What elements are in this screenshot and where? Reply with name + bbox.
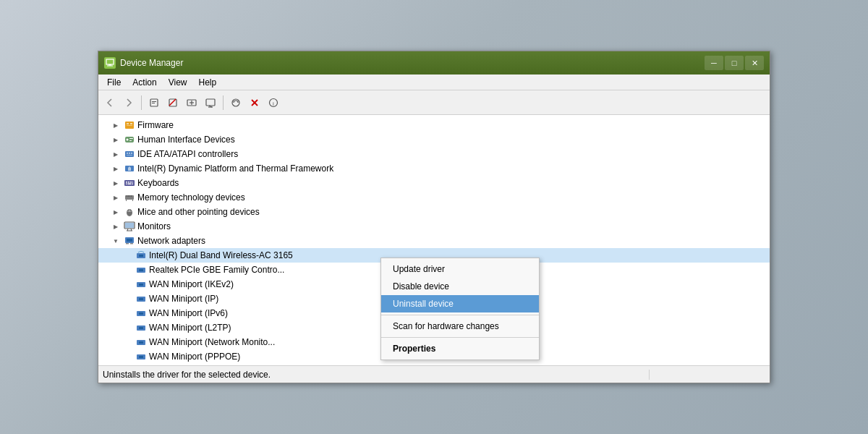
ctx-separator-2 [381, 337, 539, 338]
tree-item-wan-pptp[interactable]: WAN Miniport (PPTP) [98, 364, 770, 365]
svg-rect-24 [129, 138, 133, 139]
close-button[interactable]: ✕ [745, 56, 764, 70]
expand-intel-thermal[interactable]: ▶ [110, 163, 122, 174]
svg-rect-29 [131, 153, 132, 154]
wan-monitor-label: WAN Miniport (Network Monito... [149, 337, 275, 347]
wan-pppoe-icon [135, 351, 147, 362]
expand-memory[interactable]: ▶ [110, 192, 122, 203]
svg-rect-67 [139, 312, 143, 315]
svg-rect-50 [125, 223, 134, 228]
expand-firmware[interactable]: ▶ [110, 119, 122, 131]
expand-monitors[interactable]: ▶ [110, 221, 122, 232]
mice-label: Mice and other pointing devices [137, 207, 260, 217]
menu-view[interactable]: View [163, 76, 193, 89]
realtek-label: Realtek PCIe GBE Family Contro... [149, 265, 284, 275]
status-text: Uninstalls the driver for the selected d… [103, 370, 650, 380]
ctx-properties[interactable]: Properties [381, 340, 539, 357]
svg-rect-37 [126, 184, 127, 185]
wan-ikev2-icon [135, 278, 147, 290]
svg-rect-55 [127, 239, 132, 242]
ctx-scan-hardware[interactable]: Scan for hardware changes [381, 318, 539, 335]
svg-rect-36 [132, 182, 133, 183]
tree-item-monitors[interactable]: ▶ Monitors [98, 219, 770, 234]
svg-rect-63 [139, 284, 143, 286]
display-button[interactable] [202, 94, 219, 111]
menu-action[interactable]: Action [127, 76, 162, 89]
back-button[interactable] [101, 94, 119, 111]
wan-l2tp-icon [135, 322, 147, 333]
firmware-icon [124, 119, 135, 131]
svg-rect-19 [127, 123, 129, 124]
menu-file[interactable]: File [101, 76, 127, 89]
svg-rect-45 [126, 200, 127, 201]
memory-icon [124, 192, 135, 203]
svg-rect-20 [130, 123, 132, 124]
svg-rect-44 [131, 195, 132, 197]
tree-item-network[interactable]: ▼ Network adapters [98, 234, 770, 248]
ctx-disable-device[interactable]: Disable device [381, 278, 539, 295]
tree-item-intel-thermal[interactable]: ▶ Intel(R) Dynamic Platform and Thermal … [98, 161, 770, 176]
info-button[interactable]: i [265, 94, 282, 111]
mice-icon [124, 206, 135, 218]
ctx-update-driver[interactable]: Update driver [381, 260, 539, 278]
forward-button[interactable] [120, 94, 137, 111]
tree-item-ide[interactable]: ▶ IDE ATA/ATAPI controllers [98, 147, 770, 161]
svg-rect-27 [127, 153, 128, 154]
wan-pppoe-label: WAN Miniport (PPPOE) [149, 352, 240, 362]
wan-l2tp-label: WAN Miniport (L2TP) [149, 323, 231, 333]
svg-rect-73 [139, 356, 143, 358]
svg-rect-32 [124, 180, 135, 186]
menu-help[interactable]: Help [193, 76, 223, 89]
ide-label: IDE ATA/ATAPI controllers [137, 149, 238, 159]
monitors-icon [124, 221, 135, 232]
svg-rect-34 [128, 182, 129, 183]
svg-text:i: i [273, 101, 274, 107]
svg-rect-56 [126, 243, 129, 244]
svg-rect-59 [139, 255, 143, 257]
expand-keyboards[interactable]: ▶ [110, 177, 122, 189]
hid-label: Human Interface Devices [137, 135, 235, 145]
tree-item-keyboards[interactable]: ▶ Keyboards [98, 176, 770, 190]
expand-hid[interactable]: ▶ [110, 134, 122, 145]
maximize-button[interactable]: □ [725, 56, 744, 70]
context-menu: Update driver Disable device Uninstall d… [380, 258, 540, 360]
network-label: Network adapters [137, 236, 205, 246]
scan-button[interactable] [227, 94, 244, 111]
disable-button[interactable] [164, 94, 182, 111]
expand-network[interactable]: ▼ [110, 235, 122, 247]
tree-item-memory[interactable]: ▶ Memory technology devices [98, 190, 770, 205]
tree-item-mice[interactable]: ▶ Mice and other pointing devices [98, 205, 770, 219]
wan-ipv6-icon [135, 307, 147, 319]
title-bar: Device Manager ─ □ ✕ [98, 51, 770, 75]
wan-ikev2-label: WAN Miniport (IKEv2) [149, 279, 234, 289]
status-bar: Uninstalls the driver for the selected d… [98, 365, 770, 383]
svg-rect-61 [139, 269, 143, 271]
app-icon [104, 57, 116, 69]
tree-item-hid[interactable]: ▶ Human Interface Devices [98, 132, 770, 147]
svg-rect-57 [130, 243, 133, 244]
svg-rect-4 [152, 101, 156, 102]
intel-wifi-label: Intel(R) Dual Band Wireless-AC 3165 [149, 250, 293, 260]
window-title: Device Manager [120, 58, 705, 68]
svg-rect-71 [139, 341, 143, 344]
expand-realtek [122, 264, 133, 276]
svg-rect-41 [127, 195, 127, 197]
expand-ide[interactable]: ▶ [110, 148, 122, 160]
svg-rect-21 [127, 125, 132, 126]
ctx-uninstall-device[interactable]: Uninstall device [381, 295, 539, 312]
keyboards-label: Keyboards [137, 178, 179, 188]
properties-button[interactable] [145, 94, 163, 111]
tree-item-firmware[interactable]: ▶ Firmware [98, 118, 770, 132]
separator-1 [141, 95, 142, 110]
monitors-label: Monitors [137, 221, 171, 231]
minimize-button[interactable]: ─ [705, 56, 723, 70]
network-icon [124, 235, 135, 247]
memory-label: Memory technology devices [137, 192, 245, 203]
svg-rect-69 [139, 327, 143, 329]
window-controls: ─ □ ✕ [705, 56, 764, 70]
uninstall-button[interactable] [246, 94, 263, 111]
expand-mice[interactable]: ▶ [110, 206, 122, 218]
svg-rect-0 [106, 59, 114, 64]
update-driver-button[interactable] [183, 94, 200, 111]
svg-rect-43 [129, 195, 130, 197]
